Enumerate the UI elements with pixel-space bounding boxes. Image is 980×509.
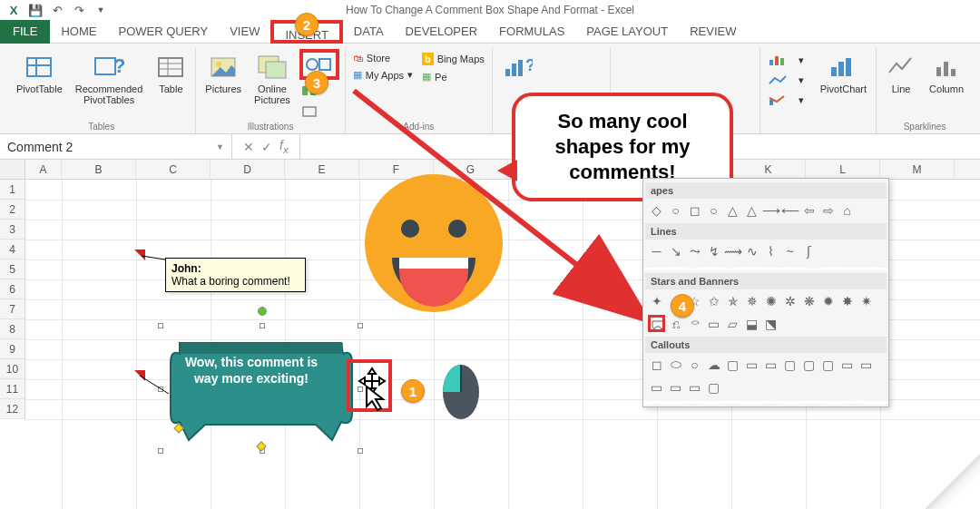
name-box[interactable]: Comment 2 ▼ xyxy=(0,134,232,159)
row-header[interactable]: 8 xyxy=(0,319,25,339)
row-header[interactable]: 4 xyxy=(0,240,25,259)
pivotchart-button[interactable]: PivotChart xyxy=(817,47,870,98)
redo-icon[interactable]: ↷ xyxy=(71,2,87,18)
pivottable-button[interactable]: PivotTable xyxy=(13,47,66,98)
shape-item[interactable]: ~ xyxy=(781,242,799,259)
shape-item[interactable]: ▢ xyxy=(781,356,799,373)
shape-item[interactable]: ✷ xyxy=(858,292,875,309)
shape-item[interactable]: ✸ xyxy=(838,292,856,309)
shape-item[interactable]: ▭ xyxy=(838,356,856,373)
comment-box-shaped[interactable]: Wow, this comment is way more exciting! xyxy=(162,327,361,454)
shape-item[interactable]: ✯ xyxy=(724,292,741,309)
cancel-icon[interactable]: ✕ xyxy=(243,140,254,154)
shape-item[interactable]: ⟵ xyxy=(781,201,799,219)
shape-item[interactable]: ⬔ xyxy=(762,315,779,332)
save-icon[interactable]: 💾 xyxy=(27,2,44,18)
row-header[interactable]: 1 xyxy=(0,180,25,200)
row-header[interactable]: 12 xyxy=(0,399,25,419)
table-button[interactable]: Table xyxy=(152,47,190,98)
name-box-dropdown-icon[interactable]: ▼ xyxy=(216,142,224,152)
shape-item[interactable]: ✺ xyxy=(762,292,779,309)
online-pictures-button[interactable]: Online Pictures xyxy=(250,47,294,109)
sparkline-column-button[interactable]: Column xyxy=(926,47,967,98)
shape-item[interactable]: ☁ xyxy=(705,356,722,373)
shape-item[interactable]: ▢ xyxy=(724,356,741,373)
chart-bar-button[interactable]: ▾ xyxy=(766,51,806,69)
shape-item[interactable]: ▭ xyxy=(686,378,703,396)
tab-formulas[interactable]: FORMULAS xyxy=(488,20,575,44)
shape-item[interactable]: ◇ xyxy=(648,201,665,219)
col-header[interactable]: E xyxy=(285,160,359,179)
shape-item[interactable]: ▭ xyxy=(762,356,779,373)
shape-item[interactable]: ❋ xyxy=(800,292,818,309)
col-header[interactable]: K xyxy=(731,160,806,179)
shape-item[interactable]: ✵ xyxy=(743,292,760,309)
chart-combo-button[interactable]: ▾ xyxy=(766,91,806,109)
col-header[interactable]: L xyxy=(806,160,880,179)
row-header[interactable]: 9 xyxy=(0,339,25,359)
shape-item[interactable]: ⤳ xyxy=(686,242,703,259)
row-header[interactable]: 11 xyxy=(0,379,25,399)
shape-item[interactable]: ▭ xyxy=(743,356,760,373)
shape-item[interactable]: ⌂ xyxy=(838,201,856,219)
store-button[interactable]: 🛍 Store xyxy=(351,51,415,65)
row-header[interactable]: 6 xyxy=(0,279,25,299)
tab-home[interactable]: HOME xyxy=(50,20,107,44)
screenshot-button[interactable] xyxy=(299,102,339,120)
shape-item[interactable]: ○ xyxy=(667,201,684,219)
shape-item[interactable]: ▭ xyxy=(858,356,875,373)
shape-item[interactable]: ▢ xyxy=(705,378,722,396)
chart-stock-button[interactable]: ▾ xyxy=(766,71,806,89)
shape-item[interactable]: ✹ xyxy=(819,292,837,309)
shape-item[interactable]: ◻ xyxy=(648,356,665,373)
row-header[interactable]: 3 xyxy=(0,220,25,240)
shape-item[interactable]: ○ xyxy=(686,356,703,373)
row-header[interactable]: 2 xyxy=(0,200,25,220)
shape-item[interactable]: ✩ xyxy=(705,292,722,309)
sparkline-line-button[interactable]: Line xyxy=(882,47,920,98)
tab-powerquery[interactable]: POWER QUERY xyxy=(107,20,219,44)
people-graph-button[interactable]: ▦ Pe xyxy=(420,69,486,84)
shape-item[interactable]: ✲ xyxy=(781,292,799,309)
qat-customize-icon[interactable]: ▼ xyxy=(93,2,109,18)
tab-data[interactable]: DATA xyxy=(343,20,395,44)
shape-item[interactable]: ▢ xyxy=(800,356,818,373)
col-header[interactable]: C xyxy=(136,160,211,179)
shape-item[interactable]: ▱ xyxy=(724,315,741,332)
shape-item[interactable]: ⬓ xyxy=(743,315,760,332)
recommended-charts-button[interactable]: ? xyxy=(498,47,536,85)
shape-item[interactable]: △ xyxy=(724,201,741,219)
col-header[interactable]: A xyxy=(25,160,62,179)
pictures-button[interactable]: Pictures xyxy=(201,47,245,98)
shape-item[interactable]: △ xyxy=(743,201,760,219)
shape-item[interactable]: ✦ xyxy=(648,292,665,309)
tab-developer[interactable]: DEVELOPER xyxy=(395,20,488,44)
enter-icon[interactable]: ✓ xyxy=(261,140,272,154)
shape-item[interactable]: ▭ xyxy=(705,315,722,332)
shape-item-ribbon-highlighted[interactable] xyxy=(648,315,665,332)
shape-item[interactable]: ⟶ xyxy=(762,201,779,219)
myapps-button[interactable]: ▦ My Apps ▾ xyxy=(351,67,415,83)
shape-item[interactable]: ▭ xyxy=(667,378,684,396)
col-header[interactable]: D xyxy=(211,160,285,179)
select-all-corner[interactable] xyxy=(0,160,25,179)
shape-item[interactable]: ○ xyxy=(705,201,722,219)
shape-item[interactable]: ↘ xyxy=(667,242,684,259)
shape-item[interactable]: ʃ xyxy=(800,242,818,259)
shape-item[interactable]: ─ xyxy=(648,242,665,259)
col-header[interactable]: B xyxy=(62,160,136,179)
shape-item[interactable]: ⇨ xyxy=(819,201,837,219)
bing-maps-button[interactable]: b Bing Maps xyxy=(420,51,486,67)
shape-item[interactable]: ◻ xyxy=(686,201,703,219)
col-header[interactable]: M xyxy=(880,160,955,179)
shape-item[interactable]: ⌔ xyxy=(686,315,703,332)
comment-box-plain[interactable]: John: What a boring comment! xyxy=(165,258,306,292)
fx-icon[interactable]: fx xyxy=(279,138,289,155)
shape-item[interactable]: ⌇ xyxy=(762,242,779,259)
tab-view[interactable]: VIEW xyxy=(219,20,270,44)
shape-item[interactable]: ⬭ xyxy=(667,356,684,373)
shape-item[interactable]: ▢ xyxy=(819,356,837,373)
row-header[interactable]: 7 xyxy=(0,299,25,319)
tab-pagelayout[interactable]: PAGE LAYOUT xyxy=(575,20,679,44)
undo-icon[interactable]: ↶ xyxy=(49,2,65,18)
